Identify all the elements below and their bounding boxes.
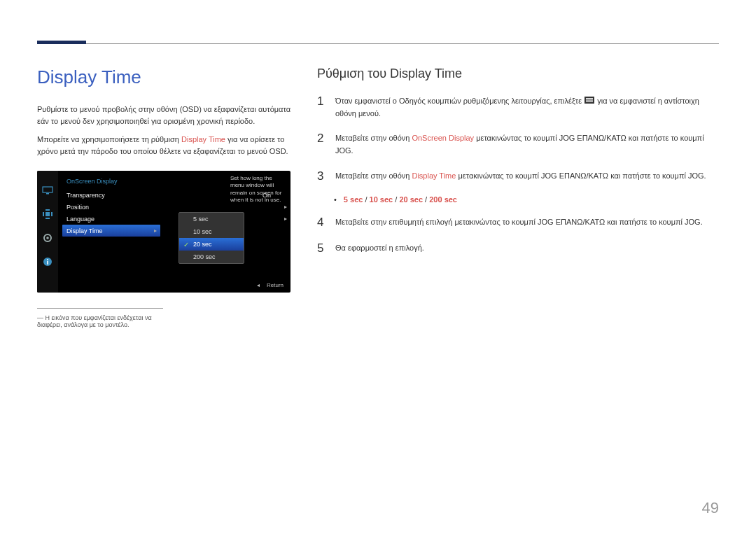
footnote-text: Η εικόνα που εμφανίζεται ενδέχεται να δι… [37, 314, 152, 328]
page-body: Display Time Ρυθμίστε το μενού προβολής … [37, 66, 719, 328]
svg-rect-1 [46, 193, 49, 195]
text: Όταν εμφανιστεί ο Οδηγός κουμπιών ρυθμιζ… [335, 97, 584, 105]
svg-rect-2 [46, 212, 50, 216]
svg-rect-11 [47, 259, 48, 260]
text: Μεταβείτε στην οθόνη [335, 134, 412, 142]
osd-row-displaytime: Display Time ▸ [62, 225, 160, 237]
osd-item-label: Display Time [66, 227, 150, 234]
display-time-keyword: Display Time [181, 135, 225, 143]
right-column: Ρύθμιση του Display Time Όταν εμφανιστεί… [317, 66, 719, 328]
svg-rect-5 [43, 212, 44, 216]
svg-rect-15 [586, 101, 593, 102]
steps-list: Όταν εμφανιστεί ο Οδηγός κουμπιών ρυθμιζ… [317, 95, 719, 183]
text: Μεταβείτε στην οθόνη [335, 171, 412, 180]
footnote-rule: ― Η εικόνα που εμφανίζεται ενδέχεται να … [37, 308, 163, 328]
osd-help-text: Set how long the menu window will remain… [230, 175, 286, 204]
options-bullet: • 5 sec / 10 sec / 20 sec / 200 sec [334, 195, 719, 204]
osd-option: 10 sec [179, 225, 244, 238]
osd-return-label: Return [257, 282, 284, 288]
osd-sidebar [37, 171, 58, 293]
step-3: Μεταβείτε στην οθόνη Display Time μετακι… [317, 170, 719, 183]
svg-rect-4 [46, 218, 50, 219]
display-time-keyword: Display Time [412, 171, 456, 180]
gear-icon [42, 232, 53, 244]
svg-rect-13 [586, 98, 593, 99]
step-4: Μεταβείτε στην επιθυμητή επιλογή μετακιν… [317, 216, 719, 230]
sep: / [423, 195, 429, 204]
sep: / [393, 195, 399, 204]
osd-item-arrow: ▸ [281, 204, 290, 210]
opt-10sec: 10 sec [370, 195, 393, 204]
osd-dropdown: 5 sec 10 sec 20 sec 200 sec [178, 212, 244, 264]
menu-icon [584, 95, 595, 108]
sep: / [363, 195, 369, 204]
steps-list-continued: Μεταβείτε στην επιθυμητή επιλογή μετακιν… [317, 216, 719, 255]
osd-item-arrow: ▸ [281, 216, 290, 222]
osd-item-label: Position [66, 204, 246, 211]
text: Μπορείτε να χρησιμοποιήσετε τη ρύθμιση [37, 135, 181, 143]
onscreen-display-keyword: OnScreen Display [412, 134, 474, 142]
opt-200sec: 200 sec [429, 195, 457, 204]
left-column: Display Time Ρυθμίστε το μενού προβολής … [37, 66, 290, 328]
intro-paragraph-1: Ρυθμίστε το μενού προβολής στην οθόνη (O… [37, 104, 290, 127]
footnote-dash: ― [37, 314, 46, 321]
opt-5sec: 5 sec [344, 195, 363, 204]
svg-rect-6 [51, 212, 52, 216]
intro-paragraph-2: Μπορείτε να χρησιμοποιήσετε τη ρύθμιση D… [37, 134, 290, 157]
step-2: Μεταβείτε στην οθόνη OnScreen Display με… [317, 132, 719, 157]
svg-rect-0 [43, 187, 52, 192]
info-icon [42, 256, 53, 267]
svg-rect-10 [47, 261, 48, 265]
step-1: Όταν εμφανιστεί ο Οδηγός κουμπιών ρυθμιζ… [317, 95, 719, 120]
osd-item-arrow: ▸ [150, 227, 160, 234]
text: Θα εφαρμοστεί η επιλογή. [335, 242, 424, 255]
subsection-title: Ρύθμιση του Display Time [317, 66, 719, 81]
osd-option: 200 sec [179, 251, 244, 263]
osd-icon [42, 209, 53, 220]
svg-point-8 [46, 237, 49, 239]
header-rule [37, 43, 719, 44]
osd-item-label: Transparency [66, 192, 246, 199]
monitor-icon [42, 185, 53, 196]
svg-rect-3 [46, 209, 50, 211]
svg-rect-14 [586, 100, 593, 101]
osd-row-language: Language ▸ [62, 213, 290, 225]
section-title: Display Time [37, 66, 290, 88]
osd-option: 5 sec [179, 213, 244, 225]
osd-option-selected: 20 sec [179, 238, 244, 251]
opt-20sec: 20 sec [399, 195, 423, 204]
step-5: Θα εφαρμοστεί η επιλογή. [317, 242, 719, 255]
header-accent [37, 41, 86, 44]
bullet-dot: • [334, 195, 337, 204]
text: μετακινώντας το κουμπί JOG ΕΠΑΝΩ/ΚΑΤΩ κα… [456, 171, 706, 180]
osd-main: OnScreen Display Transparency On Positio… [58, 171, 290, 293]
osd-screenshot: OnScreen Display Transparency On Positio… [37, 171, 290, 293]
page-number: 49 [702, 499, 719, 517]
text: Μεταβείτε στην επιθυμητή επιλογή μετακιν… [335, 216, 703, 229]
footnote: ― Η εικόνα που εμφανίζεται ενδέχεται να … [37, 314, 163, 328]
